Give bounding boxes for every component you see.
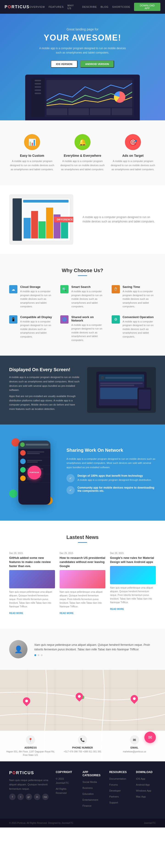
chat-avatar [20,450,26,456]
network-feature-1: ✓ Design of 100% apps that benefit from … [66,474,156,483]
android-button[interactable]: ANDROID VERSION [80,60,114,68]
contact-cta-button[interactable]: ✉ [144,732,156,743]
footer-col2-link-4[interactable]: Entertainment [82,799,98,801]
contact-address: 📍 ADDRESS Hapon 501, 8th Floor, 1187 Dag… [5,735,57,757]
nav-describe[interactable]: Describe [82,5,97,8]
news-read-more-3[interactable]: READ MORE [110,608,124,610]
nav-whyus[interactable]: Why Us [67,4,79,10]
linkedin-icon[interactable]: in [34,794,40,800]
rss-icon[interactable]: rss [42,794,49,800]
footer-col3-link-5[interactable]: Support [109,801,118,804]
footer-col3-link-3[interactable]: Developer [109,789,121,792]
news-card-3: Dec 29, 2015 Google's new rules for Mate… [110,552,156,615]
shared-network-icon: 🌐 [60,315,68,323]
nav-features[interactable]: Features [49,5,64,8]
footer-col3-item-4: Partners [109,794,129,799]
address-value: Hapon 501, 8th Floor, 1187 Dagupan Royal… [5,750,57,757]
footer-col4-link-4[interactable]: Mac App [136,795,146,798]
why-time-title: Saving Time [122,285,156,288]
map-pin-address [23,697,30,705]
mockup-screen [31,78,134,117]
why-item-network: 🌐 Shared work on Network A mobile app is… [60,315,105,342]
footer-col1-link-1[interactable]: © 2015 JoomlaXTC [56,777,69,784]
footer-copyright-col: COPYRIGHT © 2015 JoomlaXTC All Rights Re… [56,771,76,809]
twitter-icon[interactable]: t [18,794,24,800]
phone-header [18,440,50,449]
download-app-button[interactable]: DOWNLOAD APP [134,3,160,11]
footer-col4-item-2: Android App [136,782,156,786]
stat-box [47,108,67,115]
feature-everywhere: 🔔 Everytime & Everywhere A mobile app is… [60,134,105,172]
why-display-title: Compatible all Display [20,315,53,319]
news-read-more-1[interactable]: READ MORE [9,612,23,615]
footer-col2-link-1[interactable]: Social Media [82,781,97,783]
map-pin-phone [76,693,83,700]
why-operation-content: Convenient Operation A mobile app is a c… [122,315,156,339]
footer-logo-accent: O [12,771,16,775]
footer-col2-item-1: Social Media [82,780,103,784]
footer-col3-item-1: Documentation [109,776,129,781]
footer-col1-item-2: All Rights Reserved [56,786,76,795]
feature-desc-custom: A mobile app is a computer program desig… [9,159,55,172]
footer-col4-item-3: Windows App [136,788,156,793]
cloud-storage-icon: ☁ [9,285,18,293]
footer-col2-link-2[interactable]: Business [82,786,93,789]
saving-time-icon: ⏱ [112,285,120,293]
footer-download-col: DOWNLOAD iOS App Android App Windows App… [136,771,156,809]
testimonial-dot-3[interactable] [41,654,43,656]
chat-avatar [20,467,26,472]
ios-button[interactable]: IOS VERSION [51,60,78,68]
chart-bar [61,219,68,239]
testimonial-avatar: 👤 [9,640,28,658]
why-time-desc: A mobile app is a computer program desig… [122,289,156,308]
footer-app-col: APP CATEGORIES Social Media Business Edu… [82,771,103,809]
mockup-chart [47,80,132,107]
facebook-icon[interactable]: f [9,794,16,800]
phone-device [138,388,151,410]
contact-phone: 📞 PHONE NUMBER +517 476 098 700 +088 911… [57,735,109,757]
hero-mockup [25,74,140,120]
news-section: Lastest News Dec 29, 2015 GitHub added s… [0,521,165,629]
footer-col3-link-1[interactable]: Documentation [109,777,126,780]
testimonial-dot-2[interactable] [37,654,39,656]
testimonial-dot-1[interactable] [34,654,36,656]
network-text: Sharing Work On Network A mobile app is … [66,447,156,498]
email-icon: ✉ [130,735,139,744]
footer-col4-link-2[interactable]: Android App [136,783,149,786]
why-section: Why Choose Us? ☁ Cloud Storage A mobile … [0,254,165,355]
email-value: mahekow@porticus.us [108,750,160,753]
showcase-description: A mobile app is a computer program desig… [82,215,156,224]
footer-col1-link-2[interactable]: All Rights Reserved [56,787,66,794]
google-plus-icon[interactable]: g+ [26,794,32,800]
phone-icon: 📞 [78,735,87,744]
devices-mockup [87,367,156,413]
news-card-2: Dec 29, 2015 How to research US presiden… [60,552,105,615]
network-feature-icon-2: ✓ [66,486,75,494]
footer-col3-link-2[interactable]: Forums [109,783,118,786]
footer-col4-link-3[interactable]: Windows App [136,789,151,792]
feature-icon-target: 🎯 [125,134,141,150]
footer-col2-link-3[interactable]: Education [82,793,94,795]
footer-col2-link-5[interactable]: Finance [82,804,91,807]
why-operation-title: Convenient Operation [122,315,156,319]
nav-blog[interactable]: Blog [101,5,109,8]
footer-col3-item-2: Forums [109,782,129,786]
nav-shortcode[interactable]: Shortcode [112,5,130,8]
news-card-1: Dec 29, 2015 GitHub added some new featu… [9,552,55,615]
contact-boxes: 📍 ADDRESS Hapon 501, 8th Floor, 1187 Dag… [0,731,165,762]
footer-col3-link-4[interactable]: Partners [109,795,119,798]
why-item-search: 🔍 Smart Search A mobile app is a compute… [60,285,105,308]
why-time-content: Saving Time A mobile app is a computer p… [122,285,156,308]
why-operation-desc: A mobile app is a computer program desig… [122,320,156,339]
why-search-content: Smart Search A mobile app is a computer … [71,285,105,308]
chat-item [18,457,50,466]
footer-col2-title: APP CATEGORIES [82,771,103,777]
feature-ads-target: 🎯 Ads on Target A mobile app is a comput… [110,134,156,172]
nav-overview[interactable]: Overview [30,5,45,8]
map-background: 📍 ADDRESS Hapon 501, 8th Floor, 1187 Dag… [0,670,165,762]
footer-col4-link-1[interactable]: iOS App [136,777,145,780]
news-read-more-2[interactable]: READ MORE [60,612,74,615]
showcase-badge: DIFFERENCE [54,217,73,222]
display-desc1: A mobile app is a computer program desig… [9,375,80,392]
footer-resources-col: RESOURCES Documentation Forums Developer… [109,771,129,809]
